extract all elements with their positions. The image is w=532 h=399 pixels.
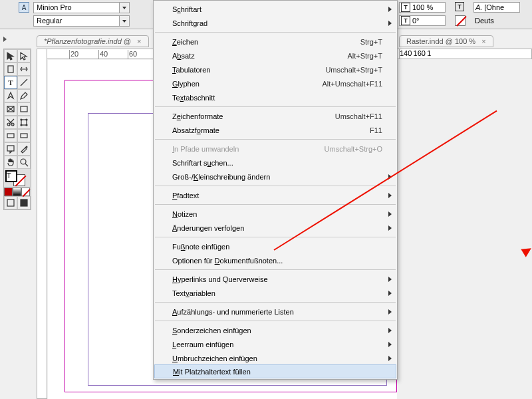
svg-rect-5 — [21, 106, 27, 112]
pen-tool[interactable] — [4, 89, 17, 102]
menu-separator — [155, 186, 396, 186]
menu-item[interactable]: Schriftart — [154, 2, 397, 16]
apply-color-icon[interactable] — [4, 188, 13, 196]
document-tab[interactable]: Raster.indd @ 100 % × — [399, 35, 493, 47]
menu-item[interactable]: Aufzählungs- und nummerierte Listen — [154, 305, 397, 319]
gradient-swatch-tool[interactable] — [4, 129, 17, 142]
menu-item[interactable]: Umbruchzeichen einfügen — [154, 351, 397, 365]
close-icon[interactable]: × — [137, 37, 141, 45]
skew-icon: T — [401, 16, 410, 25]
menu-item[interactable]: GlyphenAlt+Umschalt+F11 — [154, 76, 397, 90]
char-panel-icon[interactable]: A — [19, 2, 29, 13]
fill-stroke-swatches[interactable]: T — [4, 169, 31, 188]
menu-item-label: Glyphen — [172, 80, 200, 88]
menu-item-label: Absatz — [172, 52, 195, 60]
menu-item[interactable]: Mit Platzhaltertext füllen — [154, 364, 396, 378]
panel-expand-icon[interactable] — [2, 35, 7, 44]
menu-item[interactable]: Schriftart suchen... — [154, 156, 397, 170]
menu-item[interactable]: Hyperlinks und Querverweise — [154, 272, 397, 286]
font-family-select[interactable]: Minion Pro — [33, 2, 130, 13]
svg-rect-18 — [7, 200, 14, 206]
view-mode-preview[interactable] — [17, 196, 31, 209]
menu-item-label: Schriftgrad — [172, 19, 207, 27]
fill-swatch[interactable]: T — [5, 170, 17, 182]
skew-value: 0° — [412, 17, 420, 25]
apply-gradient-icon[interactable] — [13, 188, 21, 196]
menu-item-label: Zeichen — [172, 38, 198, 46]
scissors-tool[interactable] — [4, 116, 17, 129]
gap-tool[interactable] — [17, 63, 31, 76]
menu-item[interactable]: Fußnote einfügen — [154, 239, 397, 253]
char-style-select[interactable]: A. [Ohne — [473, 2, 520, 13]
language-select[interactable]: Deuts — [473, 15, 520, 26]
svg-point-9 — [21, 119, 22, 120]
menu-item[interactable]: ZeichenStrg+T — [154, 35, 397, 49]
type-menu: SchriftartSchriftgradZeichenStrg+TAbsatz… — [153, 0, 398, 380]
menu-item[interactable]: AbsatzformateF11 — [154, 123, 397, 137]
close-icon[interactable]: × — [481, 37, 485, 45]
hscale-icon: T — [401, 3, 410, 12]
zoom-tool[interactable] — [17, 156, 31, 169]
tab-title: Raster.indd @ 100 % — [406, 37, 475, 45]
menu-item[interactable]: Textabschnitt — [154, 90, 397, 104]
menu-separator — [155, 204, 396, 205]
skew-field[interactable]: T 0° — [399, 15, 446, 26]
language-value: Deuts — [475, 17, 494, 25]
document-tab-active[interactable]: *Pflanzenfotografie.indd @ × — [37, 35, 149, 47]
menu-item-label: Groß-/Kleinschreibung ändern — [172, 173, 270, 181]
ruler-tick: 160 — [414, 49, 426, 57]
menu-item[interactable]: AbsatzAlt+Strg+T — [154, 49, 397, 63]
ruler-tick: 60 — [128, 50, 137, 59]
menu-item[interactable]: Schriftgrad — [154, 16, 397, 30]
hscale-field[interactable]: T 100 % — [399, 2, 446, 13]
selection-tool[interactable] — [4, 49, 17, 63]
ruler-tick: 1 — [427, 49, 431, 57]
text-color-icon[interactable]: T — [455, 2, 464, 11]
gradient-feather-tool[interactable] — [17, 129, 31, 142]
menu-separator — [155, 269, 396, 270]
pencil-tool[interactable] — [17, 89, 31, 102]
rectangle-frame-tool[interactable] — [4, 102, 17, 116]
toolbox: T T — [3, 49, 31, 210]
menu-item[interactable]: Notizen — [154, 207, 397, 221]
note-tool[interactable] — [4, 142, 17, 156]
view-mode-normal[interactable] — [4, 196, 17, 209]
hand-tool[interactable] — [4, 156, 17, 169]
page-tool[interactable] — [4, 63, 17, 76]
menu-item[interactable]: Änderungen verfolgen — [154, 221, 397, 235]
chevron-down-icon[interactable] — [119, 3, 129, 13]
menu-item[interactable]: Leerraum einfügen — [154, 337, 397, 351]
menu-item-label: Schriftart suchen... — [172, 159, 233, 167]
menu-item-label: Notizen — [172, 210, 197, 218]
menu-item[interactable]: Textvariablen — [154, 286, 397, 300]
none-swatch-icon — [455, 15, 466, 26]
direct-selection-tool[interactable] — [17, 49, 31, 63]
rectangle-tool[interactable] — [17, 102, 31, 116]
ruler-tick: 40 — [98, 50, 108, 59]
menu-item[interactable]: TabulatorenUmschalt+Strg+T — [154, 63, 397, 76]
type-tool[interactable]: T — [4, 76, 17, 89]
menu-separator — [155, 32, 396, 33]
menu-item[interactable]: Groß-/Kleinschreibung ändern — [154, 170, 397, 184]
menu-item[interactable]: ZeichenformateUmschalt+F11 — [154, 109, 397, 123]
font-family-value: Minion Pro — [37, 3, 72, 11]
vertical-ruler[interactable] — [37, 49, 47, 399]
char-style-a-icon: A. — [475, 3, 482, 11]
menu-item[interactable]: Optionen für Dokumentfußnoten... — [154, 253, 397, 267]
free-transform-tool[interactable] — [17, 116, 31, 129]
eyedropper-tool[interactable] — [17, 142, 31, 156]
menu-item-label: Leerraum einfügen — [172, 340, 233, 348]
svg-point-12 — [26, 124, 27, 126]
menu-item-label: Fußnote einfügen — [172, 243, 229, 251]
horizontal-ruler-2[interactable]: 140 160 1 — [399, 49, 532, 59]
font-style-select[interactable]: Regular — [33, 15, 130, 27]
chevron-down-icon[interactable] — [119, 16, 129, 26]
apply-none-icon[interactable] — [21, 188, 30, 196]
stroke-swatch[interactable] — [455, 15, 466, 26]
line-tool[interactable] — [17, 76, 31, 89]
menu-item-label: Mit Platzhaltertext füllen — [173, 368, 251, 376]
menu-item[interactable]: Sonderzeichen einfügen — [154, 323, 397, 337]
svg-rect-14 — [21, 134, 27, 138]
font-style-value: Regular — [37, 17, 63, 25]
menu-item-label: Umbruchzeichen einfügen — [172, 354, 257, 362]
